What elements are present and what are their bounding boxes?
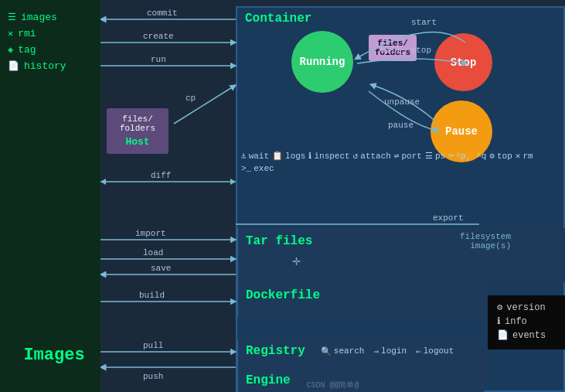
tar-filesystem-label: filesystem <box>460 232 511 241</box>
svg-text:start: start <box>411 18 437 27</box>
engine-title: Engine <box>246 373 291 387</box>
sidebar-item-history[interactable]: 📄 history <box>8 60 93 72</box>
svg-line-10 <box>174 85 236 124</box>
events-item: 📄 events <box>497 329 556 341</box>
dockerfile-section: Dockerfile <box>236 282 488 317</box>
tar-images-label: image(s) <box>470 241 511 251</box>
inspect-cmd: ℹ inspect <box>308 151 349 161</box>
wait-cmd: ⚓ wait <box>241 151 269 161</box>
login-cmd: ⇒login <box>373 346 407 356</box>
tar-files-section: Tar files filesystem image(s) ✛ <box>236 228 565 282</box>
svg-text:load: load <box>143 248 163 257</box>
tar-files-title: Tar files <box>246 234 312 248</box>
sidebar-item-images[interactable]: ☰ images <box>8 12 93 23</box>
svg-text:run: run <box>151 55 166 64</box>
watermark: CSDN @@简单@ <box>306 380 359 390</box>
attach-cmd: ↺ attach <box>353 151 391 161</box>
svg-text:commit: commit <box>147 9 178 18</box>
top-cmd: ⚙ top <box>489 151 512 161</box>
info-item: ℹ info <box>497 315 556 327</box>
info-panel: ⚙ version ℹ info 📄 events <box>488 295 565 349</box>
cursor-icon: ✛ <box>292 252 557 269</box>
version-item: ⚙ version <box>497 302 556 313</box>
search-cmd: 🔍search <box>321 346 365 356</box>
exec-cmd: >_ exec <box>241 164 274 173</box>
logs-cmd: 📋 logs <box>272 151 305 161</box>
ctrl-pq-cmd: ⌨ ^p, ^q <box>448 151 486 161</box>
history-icon: 📄 <box>8 60 19 72</box>
svg-text:diff: diff <box>151 171 171 180</box>
svg-text:save: save <box>151 264 171 273</box>
rm-cmd: ✕ rm <box>516 151 533 161</box>
svg-text:import: import <box>135 229 166 238</box>
registry-title: Registry <box>246 344 305 358</box>
version-icon: ⚙ <box>497 302 502 313</box>
svg-marker-14 <box>230 179 236 185</box>
dockerfile-title: Dockerfile <box>246 288 320 302</box>
rmi-icon: ✕ <box>8 28 13 39</box>
svg-text:unpause: unpause <box>384 97 420 107</box>
container-commands: ⚓ wait 📋 logs ℹ inspect ↺ attach ⇌ po <box>241 151 560 173</box>
ps-cmd: ☰ ps <box>425 151 445 161</box>
host-files-label: files/folders <box>114 114 161 133</box>
host-title: Host <box>114 136 161 148</box>
svg-text:push: push <box>143 372 163 381</box>
svg-text:build: build <box>139 291 165 300</box>
logout-cmd: ⇐logout <box>416 346 454 356</box>
sidebar: ☰ images ✕ rmi ◈ tag 📄 history Images <box>0 0 100 392</box>
host-box: files/folders Host <box>107 108 168 154</box>
svg-text:cp: cp <box>185 94 196 103</box>
svg-text:create: create <box>143 32 174 41</box>
container-title: Container <box>245 12 311 26</box>
svg-marker-13 <box>100 179 106 185</box>
main-container: ☰ images ✕ rmi ◈ tag 📄 history Images Co… <box>0 0 565 392</box>
info-icon: ℹ <box>497 315 501 327</box>
sidebar-item-tag[interactable]: ◈ tag <box>8 44 93 56</box>
container-files-folders: files/ folders <box>369 35 417 61</box>
port-cmd: ⇌ port <box>394 151 422 161</box>
engine-section: Engine <box>236 369 484 392</box>
sidebar-main-label: Images <box>8 346 93 365</box>
tag-icon: ◈ <box>8 44 13 56</box>
events-icon: 📄 <box>497 329 509 341</box>
running-state: Running <box>291 31 353 93</box>
svg-text:pause: pause <box>388 121 414 130</box>
images-icon: ☰ <box>8 12 16 23</box>
sidebar-item-rmi[interactable]: ✕ rmi <box>8 28 93 39</box>
content-area: Container Running Stop Pause files/ fold… <box>100 0 565 392</box>
stop-state: Stop <box>434 33 492 91</box>
svg-text:pull: pull <box>143 341 163 350</box>
